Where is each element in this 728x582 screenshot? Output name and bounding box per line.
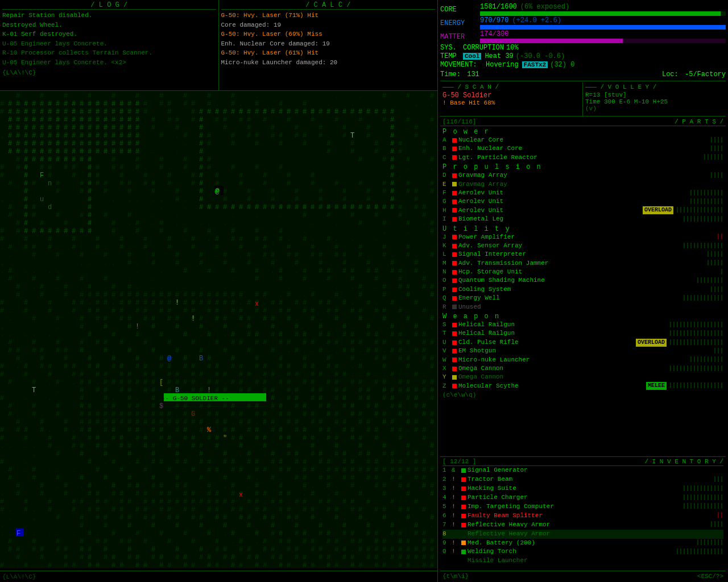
log-line-4: U-05 Engineer lays Concrete.: [2, 39, 216, 49]
inv-flag-2: !: [452, 475, 460, 484]
part-key-H: H: [442, 206, 450, 215]
top-panels: / L O G / Repair Station disabled. Destr…: [0, 0, 437, 91]
part-name-M: Adv. Transmission Jammer: [458, 259, 706, 268]
inv-num-5: 5: [442, 502, 452, 512]
inv-bars-5: ||||||||||||: [682, 502, 723, 511]
inv-row-3[interactable]: 3 ! Hacking Suite ||||||||||||: [442, 484, 723, 493]
calc-line-5: G-50: Hvy. Laser (61%) Hit: [221, 48, 436, 58]
parts-footer: (c\e\w\q): [440, 391, 726, 399]
part-name-Q: Energy Well: [458, 294, 682, 302]
part-row-N[interactable]: N Hcp. Storage Unit |: [442, 268, 723, 276]
part-row-R: R Unused: [442, 303, 723, 311]
part-row-A[interactable]: A Nuclear Core ||||: [442, 136, 723, 144]
part-row-L[interactable]: L Signal Interpreter |||||: [442, 250, 723, 259]
part-ind-V: [452, 349, 457, 354]
part-key-V: V: [442, 347, 450, 355]
inv-ind-0: [461, 550, 466, 554]
part-ind-U: [452, 340, 457, 345]
part-row-X[interactable]: X Omega Cannon ||||||||||||||||: [442, 364, 723, 373]
map-footer: {L\A\!\C}: [0, 571, 437, 582]
part-row-W[interactable]: W Micro-nuke Launcher ||||||||||: [442, 356, 723, 364]
part-row-U[interactable]: U Cld. Pulse Rifle OVERLOAD ||||||||||||…: [442, 338, 723, 347]
energy-row: ENERGY 970/970 (+24.0 +2.6): [440, 16, 726, 30]
part-row-J[interactable]: J Power Amplifier ||: [442, 233, 723, 242]
part-row-K[interactable]: K Adv. Sensor Array ||||||||||||: [442, 242, 723, 250]
time-label-text: Time:: [440, 70, 461, 78]
part-bars-M: |||||: [706, 259, 723, 267]
part-name-I: Biometal Leg: [458, 215, 682, 223]
part-ind-O: [452, 278, 457, 283]
volley-line1: R=13 [stuv]: [585, 92, 723, 98]
inv-row-8[interactable]: 8 Reflective Heavy Armor: [442, 530, 723, 539]
part-key-Z: Z: [442, 382, 450, 390]
inv-name-3: Hacking Suite: [468, 484, 682, 493]
part-key-E: E: [442, 180, 450, 189]
part-bars-A: ||||: [710, 136, 723, 144]
calc-lines: G-50: Hvy. Laser (71%) Hit Core damaged:…: [221, 11, 436, 67]
inv-row-9[interactable]: 9 ! Med. Battery (200) ||||||||: [442, 539, 723, 548]
log-footer: {L\A\!\C}: [2, 69, 216, 76]
part-row-H[interactable]: H Aerolev Unit OVERLOAD ||||||||||||||: [442, 206, 723, 215]
volley-section: ——— / V O L L E Y / R=13 [stuv] Time 300…: [583, 82, 726, 116]
part-bars-W: ||||||||||: [689, 356, 723, 364]
parts-counter: [116/116]: [442, 118, 476, 125]
part-row-Q[interactable]: Q Energy Well ||||||||||||: [442, 294, 723, 302]
part-name-B: Enh. Nuclear Core: [458, 144, 710, 153]
calc-line-6: Micro-nuke Launcher damaged: 20: [221, 58, 436, 68]
part-row-B[interactable]: B Enh. Nuclear Core ||||: [442, 144, 723, 153]
inv-flag-0: !: [452, 547, 460, 556]
part-row-D[interactable]: D Gravmag Array ||||: [442, 171, 723, 180]
part-row-Z[interactable]: Z Molecular Scythe MELEE |||||||||||||||…: [442, 382, 723, 390]
part-row-C[interactable]: C Lgt. Particle Reactor ||||||: [442, 153, 723, 162]
inv-row-4[interactable]: 4 ! Particle Charger ||||||||||||: [442, 493, 723, 502]
inv-ind-3: [461, 487, 466, 491]
inv-row-0[interactable]: 0 ! Welding Torch ||||||||||||||: [442, 547, 723, 556]
inv-row-7[interactable]: 7 ! Reflective Heavy Armor ||||: [442, 521, 723, 530]
part-name-E: Gravmag Array: [458, 180, 723, 189]
part-key-J: J: [442, 233, 450, 242]
part-ind-Z: [452, 384, 457, 388]
part-row-I[interactable]: I Biometal Leg ||||||||||||: [442, 215, 723, 223]
inv-num-0: 0: [442, 547, 452, 556]
part-ind-F: [452, 191, 457, 196]
part-key-A: A: [442, 136, 450, 144]
part-bars-F: ||||||||||: [689, 189, 723, 197]
part-row-E[interactable]: E Gravmag Array: [442, 180, 723, 189]
left-panel: / L O G / Repair Station disabled. Destr…: [0, 0, 438, 582]
calc-line-2: Core damaged: 19: [221, 20, 436, 30]
movement-row: MOVEMENT: Hovering FASTx2 (32) 0: [440, 61, 726, 69]
part-row-M[interactable]: M Adv. Transmission Jammer |||||: [442, 259, 723, 268]
calc-line-4: Enh. Nuclear Core damaged: 19: [221, 39, 436, 49]
part-row-F[interactable]: F Aerolev Unit ||||||||||: [442, 189, 723, 197]
inv-name-missile: Missile Launcher: [468, 556, 723, 566]
sys-row: SYS. CORRUPTION 10%: [440, 44, 726, 52]
loc-label: Loc: -5/Factory: [662, 70, 726, 78]
category-power: P o w e r: [442, 128, 723, 136]
inv-row-5[interactable]: 5 ! Imp. Targeting Computer ||||||||||||: [442, 502, 723, 512]
part-row-P[interactable]: P Cooling System ||||: [442, 285, 723, 294]
part-row-S[interactable]: S Helical Railgun ||||||||||||||||: [442, 321, 723, 329]
status-section: CORE 1581/1600 (6% exposed) ENERGY 970/9: [440, 1, 726, 81]
inv-row-2[interactable]: 2 ! Tractor Beam |||: [442, 475, 723, 484]
inv-name-0: Welding Torch: [468, 547, 676, 556]
part-key-O: O: [442, 276, 450, 285]
part-key-D: D: [442, 171, 450, 180]
scan-header: ——— / S C A N /: [442, 84, 580, 90]
part-row-T[interactable]: T Helical Railgun ||||||||||||||||: [442, 329, 723, 338]
part-row-V[interactable]: V EM Shotgun |||: [442, 347, 723, 355]
part-row-Y[interactable]: Y Omega Cannon: [442, 373, 723, 381]
part-ind-M: [452, 261, 457, 265]
part-key-Q: Q: [442, 294, 450, 302]
inv-row-6[interactable]: 6 ! Faulty Beam Splitter ||: [442, 512, 723, 521]
part-ind-R: [452, 305, 457, 309]
movement-label: MOVEMENT:: [440, 61, 486, 69]
inv-num-8: 8: [442, 530, 452, 539]
right-panel: CORE 1581/1600 (6% exposed) ENERGY 970/9: [438, 0, 728, 582]
part-ind-H: [452, 208, 457, 213]
part-key-R: R: [442, 303, 450, 311]
part-bars-O: ||||||||: [696, 277, 723, 285]
inv-row-1[interactable]: 1 & Signal Generator: [442, 466, 723, 475]
part-ind-L: [452, 252, 457, 257]
part-row-G[interactable]: G Aerolev Unit ||||||||||: [442, 197, 723, 206]
part-row-O[interactable]: O Quantum Shading Machine ||||||||: [442, 276, 723, 285]
